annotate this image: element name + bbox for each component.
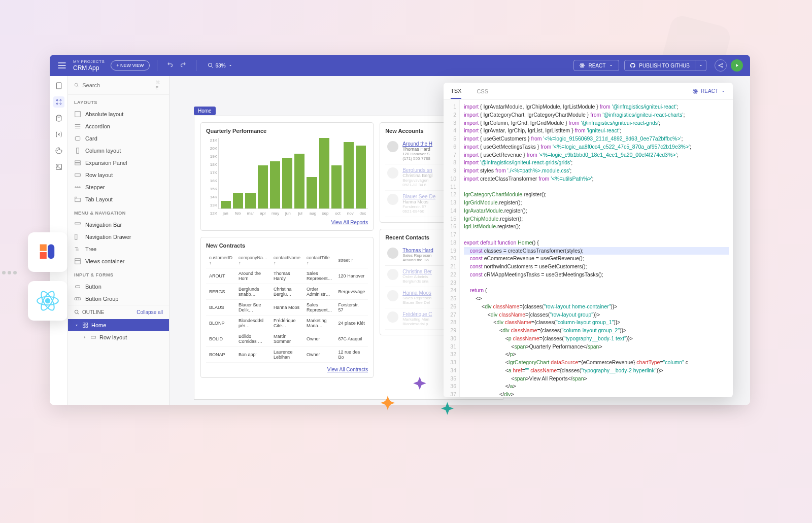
avatar [387, 194, 398, 205]
svg-point-54 [75, 310, 78, 313]
sidebar-item[interactable]: Navigation Drawer [68, 231, 169, 243]
svg-rect-31 [75, 137, 80, 141]
component-icon [74, 258, 81, 265]
sidebar-item[interactable]: Column layout [68, 145, 169, 157]
connection-dots [2, 266, 22, 278]
bar [356, 146, 366, 208]
tree-item-row-layout[interactable]: Row layout [68, 331, 169, 343]
view-reports-link[interactable]: View All Reports [206, 220, 368, 225]
outline-header: OUTLINE [82, 309, 104, 315]
avatar [387, 269, 398, 280]
component-icon [74, 171, 81, 179]
search-shortcut: ⌘ E [155, 80, 163, 90]
tab-tsx[interactable]: TSX [451, 84, 461, 99]
app-title: CRM App [73, 64, 105, 72]
rail-assets-icon[interactable] [53, 161, 64, 172]
svg-rect-44 [75, 234, 77, 240]
column-header[interactable]: customerID ↑ [206, 253, 235, 268]
svg-rect-48 [75, 259, 81, 264]
svg-point-36 [75, 187, 76, 188]
framework-select[interactable]: REACT [573, 60, 619, 71]
search-input[interactable] [82, 82, 152, 88]
collapse-all-link[interactable]: Collapse all [137, 309, 163, 315]
component-icon [74, 111, 81, 118]
line-gutter: 1234567891011121314151617181920212223242… [444, 100, 460, 397]
sidebar-item[interactable]: Views container [68, 255, 169, 267]
avatar [387, 167, 398, 179]
redo-icon[interactable] [179, 61, 186, 70]
search-box[interactable]: ⌘ E [68, 76, 169, 95]
rail-variables-icon[interactable] [53, 129, 64, 140]
svg-point-25 [75, 83, 78, 86]
input-header: INPUT & FORMS [68, 267, 169, 281]
chevron-right-icon [82, 335, 87, 340]
table-row[interactable]: BONAPBon app'Laurence LebihanOwner12 rue… [206, 347, 368, 363]
rail-data-icon[interactable] [53, 113, 64, 124]
table-row[interactable]: BERGSBerglunds snabb…Christina Berglu…Or… [206, 284, 368, 300]
svg-rect-50 [75, 286, 80, 288]
svg-point-12 [722, 66, 723, 67]
sidebar-item[interactable]: Stepper [68, 181, 169, 193]
hamburger-icon[interactable] [57, 60, 67, 71]
sidebar-item[interactable]: Tab Layout [68, 193, 169, 205]
svg-rect-43 [75, 223, 81, 224]
svg-rect-34 [75, 163, 81, 165]
sidebar-item[interactable]: Button Group [68, 293, 169, 305]
table-row[interactable]: BLONPBlondesddsl pèr…Frédérique Cite…Mar… [206, 316, 368, 331]
contracts-title: New Contracts [206, 242, 368, 249]
table-row[interactable]: BLAUSBlauer See Delik…Hanna MoosSales Re… [206, 300, 368, 316]
svg-point-16 [56, 99, 58, 101]
breadcrumb[interactable]: MY PROJECTS [73, 59, 105, 64]
tab-css[interactable]: CSS [477, 84, 488, 98]
sidebar-item[interactable]: Expansion Panel [68, 157, 169, 169]
contracts-table: customerID ↑companyNa… ↑contactName ↑con… [206, 253, 368, 363]
sidebar-item[interactable]: Navigation Bar [68, 219, 169, 231]
share-button[interactable] [715, 59, 727, 72]
preview-button[interactable] [731, 59, 743, 72]
rail-page-icon[interactable] [53, 80, 64, 91]
quarterly-card: Quarterly Performance 21K20K19K18K17K16K… [200, 122, 374, 231]
column-header[interactable]: street ↑ [335, 253, 368, 268]
svg-point-21 [57, 150, 57, 151]
svg-rect-67 [48, 245, 54, 259]
sidebar-item[interactable]: Absolute layout [68, 108, 169, 120]
page-tag[interactable]: Home [194, 107, 216, 115]
component-icon [74, 159, 81, 166]
react-icon [692, 88, 698, 94]
sidebar-item[interactable]: Tree [68, 243, 169, 255]
svg-rect-52 [77, 298, 79, 300]
svg-rect-33 [75, 161, 81, 163]
column-header[interactable]: contactTitle ↑ [303, 253, 335, 268]
tree-item-home[interactable]: Home [68, 319, 169, 331]
code-framework-select[interactable]: REACT [692, 88, 726, 94]
bar [245, 193, 255, 208]
publish-button[interactable]: PUBLISH TO GITHUB [624, 60, 695, 71]
zoom-control[interactable]: 63% [208, 62, 233, 68]
undo-icon[interactable] [167, 61, 174, 70]
table-row[interactable]: AROUTAround the HornThomas HardySales Re… [206, 268, 368, 284]
code-editor[interactable]: import { IgrAvatarModule, IgrChipModule,… [460, 100, 733, 397]
app-builder-logo [28, 232, 67, 272]
table-row[interactable]: BOLIDBólido Comidas …Martín SommerOwner6… [206, 331, 368, 347]
svg-point-61 [695, 91, 696, 92]
rail-components-icon[interactable] [53, 96, 64, 108]
svg-point-68 [46, 299, 50, 303]
sidebar-item[interactable]: Button [68, 281, 169, 293]
new-view-button[interactable]: + NEW VIEW [111, 60, 149, 71]
sidebar-item[interactable]: Card [68, 132, 169, 145]
svg-point-20 [56, 115, 61, 117]
svg-point-19 [60, 103, 61, 104]
publish-dropdown[interactable] [695, 60, 706, 71]
menu-header: MENU & NAVIGATION [68, 205, 169, 219]
component-icon [74, 295, 81, 302]
rail-theme-icon[interactable] [53, 145, 64, 156]
view-contracts-link[interactable]: View All Contracts [206, 367, 368, 372]
react-logo [28, 281, 67, 321]
column-header[interactable]: contactName ↑ [270, 253, 303, 268]
sidebar-item[interactable]: Row layout [68, 169, 169, 181]
sidebar-item[interactable]: Accordion [68, 120, 169, 132]
column-header[interactable]: companyNa… ↑ [235, 253, 270, 268]
svg-point-6 [582, 65, 583, 66]
chevron-down-icon [74, 323, 79, 328]
avatar [387, 311, 398, 323]
